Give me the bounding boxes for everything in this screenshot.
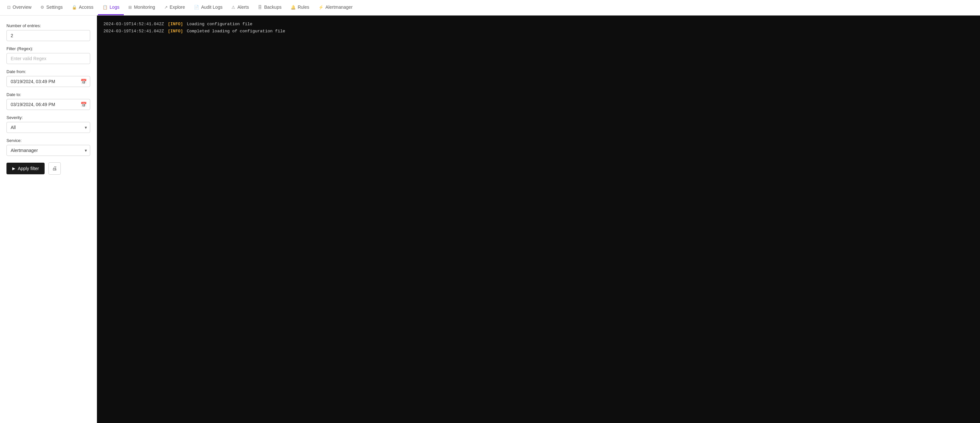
logs-nav-icon: 📋	[102, 5, 108, 10]
settings-nav-icon: ⚙	[40, 5, 44, 10]
alerts-nav-label: Alerts	[237, 5, 249, 10]
nav-item-alertmanager[interactable]: ⚡Alertmanager	[314, 0, 357, 15]
apply-filter-button[interactable]: ▶ Apply filter	[6, 163, 45, 174]
explore-nav-icon: ↗	[164, 5, 168, 10]
filter-label: Filter (Regex):	[6, 46, 90, 51]
monitoring-nav-label: Monitoring	[134, 5, 155, 10]
nav-item-settings[interactable]: ⚙Settings	[36, 0, 67, 15]
audit-logs-nav-icon: 📄	[194, 5, 199, 10]
date-from-input[interactable]	[6, 76, 90, 87]
access-nav-label: Access	[79, 5, 94, 10]
apply-filter-label: Apply filter	[18, 166, 39, 171]
date-to-input[interactable]	[6, 99, 90, 110]
audit-logs-nav-label: Audit Logs	[201, 5, 223, 10]
settings-nav-label: Settings	[46, 5, 63, 10]
nav-item-backups[interactable]: 🗄Backups	[253, 0, 286, 15]
alerts-nav-icon: ⚠	[231, 5, 235, 10]
left-panel: Number of entries: Filter (Regex): Date …	[0, 16, 97, 423]
log-output-panel: 2024-03-19T14:52:41.042Z[INFO]Loading co…	[97, 16, 980, 423]
date-to-label: Date to:	[6, 92, 90, 97]
logs-nav-label: Logs	[110, 5, 119, 10]
severity-select[interactable]: AllDEBUGINFOWARNERROR	[6, 122, 90, 133]
severity-select-wrapper: AllDEBUGINFOWARNERROR ▾	[6, 122, 90, 133]
severity-field-group: Severity: AllDEBUGINFOWARNERROR ▾	[6, 115, 90, 133]
alertmanager-nav-label: Alertmanager	[326, 5, 353, 10]
rules-nav-icon: 🔔	[291, 5, 296, 10]
entries-label: Number of entries:	[6, 23, 90, 28]
service-field-group: Service: AlertmanagerGrafanaPrometheusLo…	[6, 138, 90, 156]
nav-item-monitoring[interactable]: ⊞Monitoring	[124, 0, 159, 15]
nav-item-access[interactable]: 🔒Access	[67, 0, 98, 15]
log-timestamp: 2024-03-19T14:52:41.042Z	[103, 28, 164, 35]
date-from-label: Date from:	[6, 69, 90, 74]
entries-field-group: Number of entries:	[6, 23, 90, 41]
log-message: Completed loading of configuration file	[187, 28, 285, 35]
rules-nav-label: Rules	[298, 5, 309, 10]
log-timestamp: 2024-03-19T14:52:41.042Z	[103, 21, 164, 28]
filter-field-group: Filter (Regex):	[6, 46, 90, 64]
severity-label: Severity:	[6, 115, 90, 120]
service-select-wrapper: AlertmanagerGrafanaPrometheusLoki ▾	[6, 145, 90, 156]
top-navigation: ⊡Overview⚙Settings🔒Access📋Logs⊞Monitorin…	[0, 0, 980, 16]
date-to-wrapper: 📅	[6, 99, 90, 110]
date-from-field-group: Date from: 📅	[6, 69, 90, 87]
main-layout: Number of entries: Filter (Regex): Date …	[0, 16, 980, 423]
nav-item-overview[interactable]: ⊡Overview	[3, 0, 36, 15]
nav-item-audit-logs[interactable]: 📄Audit Logs	[189, 0, 227, 15]
explore-nav-label: Explore	[170, 5, 185, 10]
action-row: ▶ Apply filter 🖨	[6, 162, 90, 175]
play-icon: ▶	[12, 166, 15, 171]
nav-item-alerts[interactable]: ⚠Alerts	[227, 0, 253, 15]
export-icon: 🖨	[52, 166, 57, 171]
monitoring-nav-icon: ⊞	[128, 5, 132, 10]
access-nav-icon: 🔒	[72, 5, 77, 10]
filter-input[interactable]	[6, 53, 90, 64]
table-row: 2024-03-19T14:52:41.042Z[INFO]Completed …	[103, 28, 974, 35]
entries-input[interactable]	[6, 30, 90, 41]
service-select[interactable]: AlertmanagerGrafanaPrometheusLoki	[6, 145, 90, 156]
log-level: [INFO]	[168, 28, 183, 35]
service-label: Service:	[6, 138, 90, 143]
alertmanager-nav-icon: ⚡	[318, 5, 323, 10]
log-message: Loading configuration file	[187, 21, 253, 28]
table-row: 2024-03-19T14:52:41.042Z[INFO]Loading co…	[103, 21, 974, 28]
date-to-field-group: Date to: 📅	[6, 92, 90, 110]
nav-item-explore[interactable]: ↗Explore	[160, 0, 189, 15]
backups-nav-icon: 🗄	[258, 5, 262, 10]
date-from-wrapper: 📅	[6, 76, 90, 87]
overview-nav-label: Overview	[13, 5, 31, 10]
nav-item-rules[interactable]: 🔔Rules	[286, 0, 314, 15]
nav-item-logs[interactable]: 📋Logs	[98, 0, 124, 15]
backups-nav-label: Backups	[264, 5, 282, 10]
log-level: [INFO]	[168, 21, 183, 28]
overview-nav-icon: ⊡	[7, 5, 11, 10]
export-button[interactable]: 🖨	[48, 162, 61, 175]
